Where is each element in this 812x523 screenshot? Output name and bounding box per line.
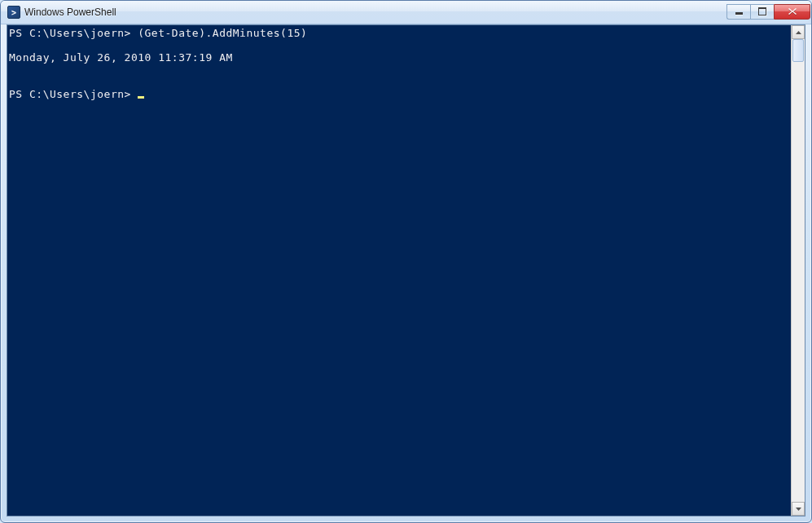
blank-line (9, 39, 791, 51)
scroll-down-button[interactable] (792, 502, 805, 516)
minimize-button[interactable] (726, 4, 750, 20)
scroll-thumb[interactable] (792, 39, 804, 62)
prompt: PS C:\Users\joern> (9, 88, 131, 100)
command-text: (Get-Date).AddMinutes(15) (138, 27, 307, 39)
scroll-track[interactable] (792, 39, 805, 502)
titlebar[interactable]: Windows PowerShell (1, 1, 811, 24)
close-button[interactable] (774, 4, 810, 20)
scroll-up-button[interactable] (792, 25, 805, 39)
blank-line (9, 76, 791, 88)
chevron-down-icon (796, 508, 801, 511)
vertical-scrollbar[interactable] (791, 25, 805, 516)
prompt: PS C:\Users\joern> (9, 27, 131, 39)
cursor (138, 96, 144, 99)
maximize-button[interactable] (750, 4, 774, 20)
console-output[interactable]: PS C:\Users\joern> (Get-Date).AddMinutes… (7, 25, 791, 516)
chevron-up-icon (796, 31, 801, 34)
window-title: Windows PowerShell (24, 7, 726, 18)
powershell-window: Windows PowerShell PS C:\Users\joern> (G… (0, 0, 812, 523)
output-line: Monday, July 26, 2010 11:37:19 AM (9, 51, 791, 64)
client-area: PS C:\Users\joern> (Get-Date).AddMinutes… (7, 24, 805, 516)
window-controls (726, 4, 810, 20)
close-icon (788, 7, 797, 15)
blank-line (9, 64, 791, 76)
powershell-icon (7, 6, 20, 19)
